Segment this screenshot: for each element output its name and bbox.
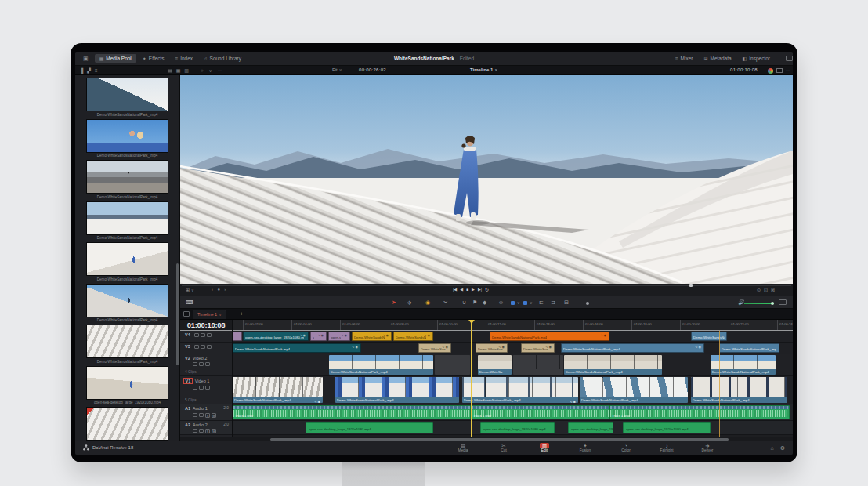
lock-icon[interactable]	[194, 345, 199, 349]
track-header-v3[interactable]: V3	[180, 343, 232, 354]
viewer-options-icon[interactable]: ⋯	[786, 67, 790, 73]
media-clip-item[interactable]: Demo-WhiteSandsNationalPark_.mp4	[86, 284, 168, 323]
solo-button[interactable]: S	[205, 429, 210, 433]
track-lane-v3[interactable]: Demo-WhiteSandsNationalPark.mp4 ∿◉ Demo-…	[233, 343, 793, 354]
trim-mode-icon[interactable]: ⬗	[407, 299, 411, 306]
timeline-clip[interactable]: Demo-WhiteSandsN ∿◉	[352, 332, 392, 341]
timeline-tab[interactable]: Timeline 1∨	[193, 310, 226, 319]
flag-color-select[interactable]: ∨	[523, 299, 533, 306]
enable-track-icon[interactable]	[207, 345, 212, 349]
viewer-quality-icon[interactable]: ⊞∨	[186, 287, 194, 292]
match-frame-icon[interactable]: ⊙	[757, 287, 761, 292]
timeline-clip[interactable]: Demo-WhiteSa	[478, 355, 512, 375]
timeline-clip[interactable]: Demo-WhiteSan ∿◉	[521, 343, 555, 353]
retime-and-keyframe-icons[interactable]: ∿◉	[352, 345, 359, 349]
timeline-ruler[interactable]: 01:00:02:0001:00:04:0001:00:06:0001:00:0…	[233, 320, 793, 331]
track-lane-a1[interactable]: Track 1.wav Track 1.wav	[233, 404, 793, 421]
panel-tab[interactable]: ✦ Effects	[138, 54, 169, 63]
panel-tab[interactable]: ⊞ Metadata	[699, 54, 736, 63]
timeline-clip[interactable]: Demo-WhiteSandsNationalPark_.mp4	[691, 377, 787, 403]
page-button[interactable]: ✂ Cut	[492, 441, 515, 455]
auto-select-icon[interactable]	[201, 333, 205, 337]
viewer-expand-icon[interactable]	[776, 68, 783, 73]
timeline-clip[interactable]: Demo-WhiteSandsN ∿◉	[393, 332, 433, 341]
timeline-clip[interactable]: Demo-WhiteSandsNationalPark.mp4 ∿◉	[233, 343, 361, 353]
grab-still-icon[interactable]: ⊡	[764, 287, 768, 292]
retime-and-keyframe-icons[interactable]: ∿◉	[545, 345, 552, 349]
razor-tool-icon[interactable]: ✂	[443, 299, 448, 306]
snapping-icon[interactable]: ∪	[462, 299, 466, 306]
flag-icon[interactable]: ⚑	[472, 299, 477, 306]
timeline-clip[interactable]: Demo-WhiteSandsNationalPark_.mp4∿◉	[462, 377, 578, 403]
timeline-clip[interactable]: open-sea-desktop_large_1920x1080.mp4 ∿◉	[243, 332, 309, 341]
lock-icon[interactable]	[194, 333, 199, 337]
audio-clip[interactable]: Track 1.wav	[233, 405, 471, 419]
timeline-zoom-slider[interactable]	[580, 303, 608, 303]
media-clip-item[interactable]: Demo-WhiteSandsNationalPark_.mp4	[86, 201, 168, 241]
audio-clip[interactable]: Track 1.wav	[609, 405, 790, 419]
track-lane-v1[interactable]: Demo-WhiteSandsNationalPark_.mp4∿◉ Demo-…	[233, 376, 793, 404]
zoom-detail-icon[interactable]: ⊐	[551, 299, 555, 306]
page-button[interactable]: ▤ Media	[451, 441, 475, 455]
timeline-clip[interactable]: Demo-WhiteSandsNationalPark_.mp4∿◉	[233, 377, 323, 403]
timeline-clip[interactable]: Demo-WhiteSan ∿◉	[476, 343, 508, 353]
retime-and-keyframe-icons[interactable]: ∿◉	[498, 345, 505, 349]
lock-icon[interactable]	[193, 413, 197, 417]
media-clip-thumbnail[interactable]	[86, 366, 168, 400]
panel-tab[interactable]: ◧ Inspector	[738, 54, 775, 63]
panel-tab[interactable]: ≡ Mixer	[671, 54, 697, 63]
enable-track-icon[interactable]	[207, 333, 212, 337]
track-lane-v2[interactable]: Demo-WhiteSandsNationalPark_.mp4 Demo-Wh…	[233, 354, 793, 376]
zoom-full-icon[interactable]: ⊏	[539, 299, 544, 306]
stop-icon[interactable]: ■	[466, 287, 468, 292]
retime-and-keyframe-icons[interactable]: ∿◉	[341, 333, 348, 337]
page-button[interactable]: ♪ Fairlight	[655, 441, 678, 455]
media-clip-thumbnail[interactable]	[86, 78, 168, 111]
go-to-start-icon[interactable]: |◀	[453, 287, 457, 292]
project-manager-icon[interactable]	[83, 444, 89, 451]
media-clip-thumbnail[interactable]	[86, 201, 168, 235]
add-timeline-button[interactable]: +	[240, 310, 244, 317]
enable-track-icon[interactable]	[205, 386, 210, 390]
scrub-position-marker[interactable]	[689, 284, 693, 287]
media-clip-thumbnail[interactable]	[86, 242, 168, 276]
timeline-clip[interactable]: Demo-WhiteSandsNationalPark_.mp4	[711, 355, 776, 375]
auto-select-icon[interactable]	[199, 429, 204, 433]
timeline-clip[interactable]: Demo-WhiteSandsNationalP	[691, 332, 727, 341]
timeline-clip[interactable]: Demo-WhiteSandsNationalPark_.mp4	[564, 355, 662, 375]
enable-track-icon[interactable]	[205, 362, 210, 366]
media-clip-thumbnail[interactable]	[86, 160, 168, 194]
media-clip-thumbnail[interactable]	[86, 284, 168, 317]
playhead[interactable]	[471, 320, 472, 437]
media-pool-view-icons[interactable]: ▐▞≡—	[80, 67, 106, 74]
dynamic-trim-icon[interactable]: ◉	[425, 299, 430, 306]
media-clip-thumbnail[interactable]	[86, 325, 168, 358]
auto-select-icon[interactable]	[199, 386, 204, 390]
timeline-selector[interactable]: Timeline 1∨	[470, 67, 497, 72]
track-header-v4[interactable]: V4	[180, 331, 232, 343]
timeline-clip[interactable]: Demo-WhiteSandsNationalPark_.mp4 ∿◉	[561, 343, 704, 353]
fullscreen-icon[interactable]: ⊠	[771, 287, 775, 292]
panel-tab[interactable]: ▦ Media Pool	[95, 54, 136, 63]
retime-and-keyframe-icons[interactable]: ∿◉	[695, 345, 702, 349]
lock-icon[interactable]	[193, 386, 197, 390]
audio-clip[interactable]: open-sea-desktop_large_1920x1080.mp4	[306, 422, 433, 433]
play-reverse-icon[interactable]: ◀	[460, 287, 463, 292]
timeline-view-options-icon[interactable]: ⌨	[186, 299, 193, 306]
stacked-timelines-icon[interactable]	[183, 311, 190, 317]
auto-select-icon[interactable]	[199, 413, 204, 417]
home-icon[interactable]: ⌂	[770, 444, 773, 452]
timeline-clip[interactable]: s ∿◉	[310, 332, 327, 341]
track-lane-a2[interactable]: open-sea-desktop_large_1920x1080.mp4 ope…	[233, 421, 793, 435]
media-clip-item[interactable]: Demo-WhiteSandsNationalPark_.mp4	[86, 78, 168, 117]
track-header-v1[interactable]: V1Video 1 5 Clips	[180, 376, 232, 404]
auto-select-icon[interactable]	[201, 345, 205, 349]
retime-and-keyframe-icons[interactable]: ∿◉	[299, 333, 306, 337]
audio-clip[interactable]: Track 1.wav	[471, 405, 609, 419]
retime-and-keyframe-icons[interactable]: ∿◉	[382, 333, 389, 337]
audio-clip[interactable]: open-sea-desktop_large_1920x108	[568, 422, 613, 433]
viewer-zoom-select[interactable]: Fit∨	[332, 67, 342, 72]
audio-clip[interactable]: open-sea-desktop_large_1920x1080.mp4	[623, 422, 711, 433]
mixer-toggle-icon[interactable]	[779, 299, 787, 305]
lock-icon[interactable]	[193, 362, 197, 366]
